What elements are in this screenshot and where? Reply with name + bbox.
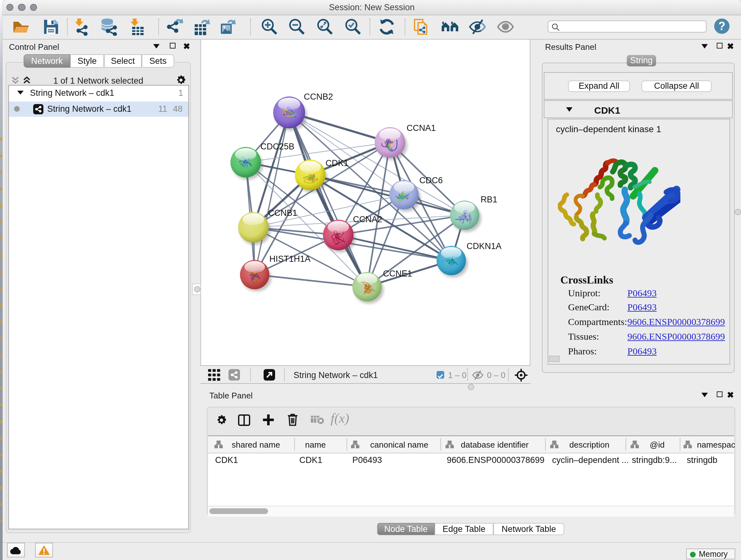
svg-text:CDC6: CDC6: [419, 176, 443, 185]
svg-text:CCNA2: CCNA2: [353, 214, 382, 224]
svg-text:CCNB1: CCNB1: [268, 208, 297, 218]
svg-text:CDK1: CDK1: [326, 159, 348, 168]
svg-text:CDKN1A: CDKN1A: [467, 241, 502, 251]
svg-text:CCNA1: CCNA1: [407, 123, 436, 133]
svg-text:CDC25B: CDC25B: [260, 142, 294, 151]
svg-text:HIST1H1A: HIST1H1A: [269, 254, 311, 264]
svg-text:CCNB2: CCNB2: [304, 92, 333, 102]
svg-text:RB1: RB1: [481, 195, 497, 204]
svg-text:CCNE1: CCNE1: [383, 269, 412, 278]
